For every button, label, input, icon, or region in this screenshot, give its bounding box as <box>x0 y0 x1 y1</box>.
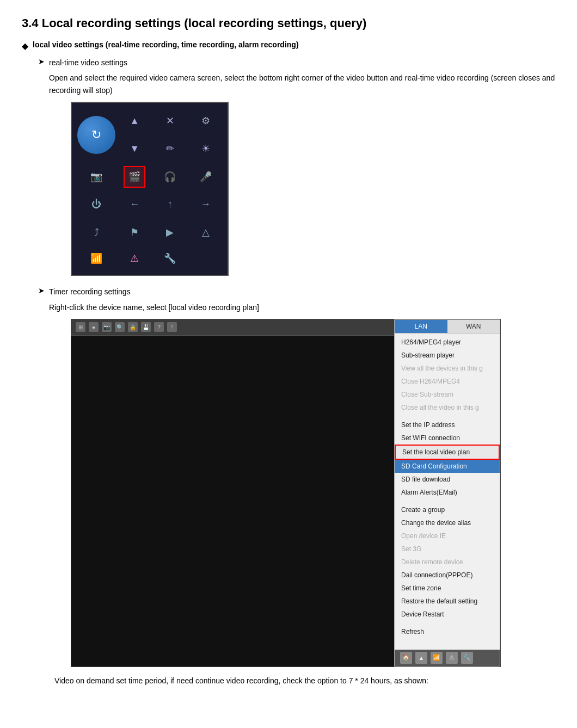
arrow-icon-1: ➤ <box>38 57 45 66</box>
section-label: local video settings (real-time recordin… <box>33 40 299 49</box>
menu-divider-6 <box>395 414 500 418</box>
menu-item-3: Close H264/MPEG4 <box>395 375 500 388</box>
menu-item-18: Delete remote device <box>395 556 500 569</box>
bottom-icon-up: ▲ <box>415 652 427 664</box>
menu-divider-13 <box>395 499 500 503</box>
toolbar-icon-mic: 🎤 <box>195 166 217 188</box>
toolbar-icon-power: ⏻ <box>85 194 107 215</box>
bottom-icons: 🏠 ▲ 📶 ⚠ 🔧 <box>400 652 473 664</box>
menu-item-1[interactable]: Sub-stream player <box>395 349 500 362</box>
menu-item-0[interactable]: H264/MPEG4 player <box>395 336 500 349</box>
main-bullet: ◆ local video settings (real-time record… <box>22 40 555 51</box>
bottom-icon-home: 🏠 <box>400 652 412 664</box>
menu-item-8[interactable]: Set WIFI connection <box>395 431 500 445</box>
context-menu-items: H264/MPEG4 playerSub-stream playerView a… <box>395 334 500 650</box>
subsection2-text: Right-click the device name, select [loc… <box>49 301 555 313</box>
menu-item-22[interactable]: Device Restart <box>395 608 500 621</box>
menu-item-9[interactable]: Set the local video plan <box>395 445 500 460</box>
menu-item-21[interactable]: Restore the default setting <box>395 595 500 608</box>
menu-item-11[interactable]: SD file download <box>395 473 500 486</box>
toolbar-icon-close: ✕ <box>159 110 181 132</box>
toolbar-icon-record: 🎬 <box>124 166 145 188</box>
menu-item-7[interactable]: Set the IP address <box>395 418 500 431</box>
menu-item-15[interactable]: Change the device alias <box>395 516 500 529</box>
menu-item-20[interactable]: Set time zone <box>395 582 500 595</box>
toolbar-icon-camera: 📷 <box>85 166 107 188</box>
toolbar-icon-export: ⤴ <box>85 221 107 243</box>
toolbar-icon-left: ← <box>124 194 145 215</box>
menu-item-2: View all the devices in this g <box>395 362 500 375</box>
toolbar-icon-audio: 🎧 <box>159 166 181 188</box>
toolbar-icon-triangle: △ <box>195 221 217 243</box>
toolbar-icon-wrench: 🔧 <box>159 248 181 269</box>
app-icon-save: 💾 <box>141 322 151 332</box>
menu-item-14[interactable]: Create a group <box>395 503 500 516</box>
app-status-bar: Rate: 0 KBps CPU: 0% <box>71 667 500 667</box>
nav-circle: ↻ <box>77 116 115 154</box>
app-body: LAN WAN H264/MPEG4 playerSub-stream play… <box>71 336 500 667</box>
bottom-icon-wrench: 🔧 <box>461 652 473 664</box>
toolbar-icon-pencil: ✏ <box>159 138 181 159</box>
page-title: 3.4 Local recording settings (local reco… <box>22 16 555 30</box>
toolbar-icon-warning: ⚠ <box>124 248 145 269</box>
menu-item-4: Close Sub-stream <box>395 388 500 401</box>
toolbar-icon-brightness: ☀ <box>195 138 217 159</box>
menu-item-24[interactable]: Refresh <box>395 625 500 638</box>
app-screenshot: ⊞ ● 📷 🔍 🔒 💾 ? ! Login Register LAN WAN <box>71 319 501 667</box>
app-icon-cam: 📷 <box>102 322 112 332</box>
menu-item-16: Open device IE <box>395 529 500 542</box>
toolbar-icon-flag: ⚑ <box>124 221 145 243</box>
context-tabs: LAN WAN <box>395 320 500 334</box>
context-menu: LAN WAN H264/MPEG4 playerSub-stream play… <box>394 319 500 667</box>
menu-item-10[interactable]: SD Card Configuration <box>395 460 500 473</box>
tab-lan[interactable]: LAN <box>395 320 447 333</box>
toolbar-icon-uparrow: ↑ <box>159 194 181 215</box>
subsection2-label: Timer recording settings <box>49 286 131 298</box>
subsection1-text: Open and select the required video camer… <box>49 72 555 96</box>
toolbar-icon-wifi: 📶 <box>85 248 107 269</box>
menu-divider-23 <box>395 621 500 625</box>
app-icon-grid: ⊞ <box>76 322 85 332</box>
tab-wan[interactable]: WAN <box>447 320 500 333</box>
toolbar-icon-gear: ⚙ <box>195 110 217 132</box>
toolbar-icon-play: ▶ <box>159 221 181 243</box>
toolbar-icon-right: → <box>195 194 217 215</box>
menu-item-5: Close all the video in this g <box>395 401 500 414</box>
subsection-realtime: ➤ real-time video settings Open and sele… <box>38 57 555 276</box>
subsection-timer: ➤ Timer recording settings Right-click t… <box>38 286 555 667</box>
toolbar-icon-up: ▲ <box>124 110 145 132</box>
app-icon-search: 🔍 <box>115 322 125 332</box>
menu-item-19[interactable]: Dail connection(PPPOE) <box>395 569 500 582</box>
bottom-icon-warn: ⚠ <box>446 652 458 664</box>
subsection1-label: real-time video settings <box>49 57 127 69</box>
context-bottom-bar: 🏠 ▲ 📶 ⚠ 🔧 <box>395 650 500 666</box>
toolbar-icon-down: ▼ <box>124 138 145 159</box>
app-icon-help: ? <box>154 322 164 332</box>
menu-item-12[interactable]: Alarm Alerts(EMail) <box>395 486 500 499</box>
toolbar-screenshot: ↻ ▲ ✕ ⚙ ▼ ✏ ☀ 📷 🎬 🎧 🎤 ⏻ ← ↑ → ⤴ ⚑ ▶ △ 📶 … <box>71 102 229 276</box>
bullet-diamond-icon: ◆ <box>22 41 28 51</box>
app-icon-warn: ! <box>167 322 177 332</box>
bottom-icon-wifi: 📶 <box>431 652 443 664</box>
menu-item-17: Set 3G <box>395 542 500 556</box>
app-icon-lock: 🔒 <box>128 322 138 332</box>
app-icon-dot: ● <box>89 322 99 332</box>
arrow-icon-2: ➤ <box>38 286 45 295</box>
bottom-text: Video on demand set time period, if need… <box>54 675 555 687</box>
